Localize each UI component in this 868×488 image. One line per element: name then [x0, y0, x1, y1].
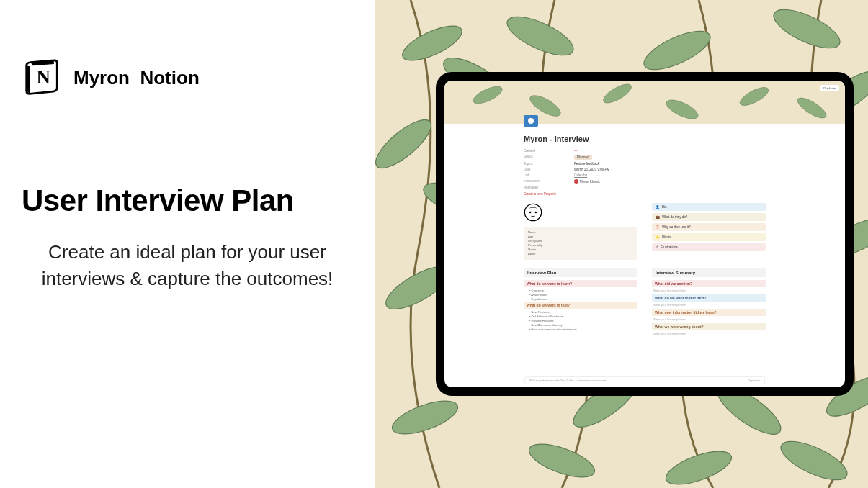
notion-logo-icon: N [22, 58, 62, 98]
summary-q3[interactable]: What new information did we learn? [652, 309, 766, 316]
svg-point-39 [535, 212, 537, 214]
page-body: Myron - Interview Created— StatusPlanned… [444, 124, 845, 387]
summary-q4[interactable]: What we were wrong about? [652, 323, 766, 330]
interview-summary-column: Interview Summary What did we confirm? W… [652, 268, 766, 338]
footer-text: Built in partnership with Zero Code. Lea… [529, 379, 606, 382]
prop-topics: TopicsFeature feedback [524, 162, 766, 166]
summary-q1[interactable]: What did we confirm? [652, 280, 766, 287]
callout-frustrations[interactable]: ⚠Frustrations [652, 243, 766, 251]
plan-q1[interactable]: What do we want to learn? [524, 280, 637, 287]
brand-row: N Myron_Notion [22, 58, 353, 98]
plan-heading: Interview Plan [524, 268, 637, 277]
page-headline: User Interview Plan [22, 184, 353, 217]
svg-point-37 [524, 204, 541, 220]
page-icon[interactable] [524, 115, 538, 127]
avatar-icon [574, 179, 578, 184]
footer-duplicate-button[interactable]: Duplicate [748, 379, 760, 382]
table-of-contents[interactable]: Name Age Occupation Personality Quote Ab… [524, 227, 637, 260]
summary-q2[interactable]: What do we want to test next? [652, 294, 766, 302]
page-subtext: Create an ideal plan for your user inter… [22, 239, 353, 292]
page-title: Myron - Interview [524, 135, 766, 143]
svg-rect-30 [444, 81, 845, 124]
prop-link: LinkCalendar [524, 173, 766, 177]
plan-q2[interactable]: What do we want to test? [524, 302, 637, 309]
svg-text:N: N [37, 66, 51, 88]
mid-section: Name Age Occupation Personality Quote Ab… [524, 203, 766, 260]
right-panel: Duplicate Myron - Interview Created— Sta… [375, 0, 868, 488]
add-property-button[interactable]: Create a new Property [524, 192, 766, 196]
page-cover: Duplicate [444, 81, 845, 124]
prop-attendees: Attendees [524, 186, 766, 189]
prop-created: Created— [524, 149, 766, 153]
callout-wants[interactable]: ⭐Wants [652, 233, 766, 241]
prop-interviewer: InterviewerMyron Kharsk [524, 179, 766, 184]
persona-avatar-icon [524, 203, 542, 222]
page-properties: Created— StatusPlanned TopicsFeature fee… [524, 149, 766, 196]
summary-heading: Interview Summary [652, 268, 766, 277]
footer-bar: Built in partnership with Zero Code. Lea… [524, 376, 765, 384]
tablet-frame: Duplicate Myron - Interview Created— Sta… [436, 72, 854, 396]
svg-point-38 [529, 212, 532, 214]
callout-why-use[interactable]: ❓Why do they use it? [652, 223, 766, 231]
brand-name: Myron_Notion [73, 67, 200, 89]
left-panel: N Myron_Notion User Interview Plan Creat… [0, 0, 375, 488]
interview-plan-column: Interview Plan What do we want to learn?… [524, 268, 637, 338]
callout-what-do[interactable]: 💼What do they do? [652, 213, 766, 221]
prop-status: StatusPlanned [524, 155, 766, 160]
tablet-screen: Duplicate Myron - Interview Created— Sta… [444, 81, 845, 387]
bottom-columns: Interview Plan What do we want to learn?… [524, 268, 766, 338]
prop-date: DateMarch 16, 2023 9:00 PM [524, 168, 766, 171]
callout-bio[interactable]: 👤Bio [652, 203, 766, 211]
duplicate-button-top[interactable]: Duplicate [820, 85, 839, 91]
